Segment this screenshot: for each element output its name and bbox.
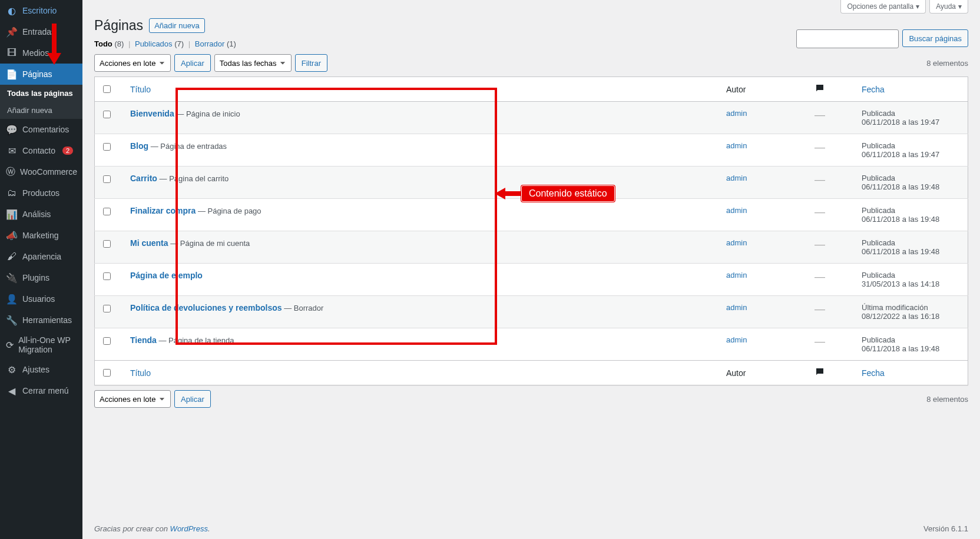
bulk-actions-select-bottom[interactable]: Acciones en lote bbox=[94, 390, 171, 408]
sidebar-item-users[interactable]: 👤Usuarios bbox=[0, 288, 82, 310]
page-title-link[interactable]: Política de devoluciones y reembolsos bbox=[130, 303, 282, 312]
no-comments: — bbox=[815, 335, 825, 347]
sidebar-item-analytics[interactable]: 📊Análisis bbox=[0, 204, 82, 225]
row-checkbox[interactable] bbox=[103, 337, 111, 345]
plugins-icon: 🔌 bbox=[6, 272, 18, 284]
sidebar-item-media[interactable]: 🎞Medios bbox=[0, 42, 82, 64]
no-comments: — bbox=[815, 206, 825, 218]
col-date[interactable]: Fecha bbox=[856, 361, 968, 385]
date-filter-select[interactable]: Todas las fechas bbox=[214, 54, 292, 72]
row-date: 06/11/2018 a las 19:48 bbox=[862, 215, 939, 224]
submenu-item[interactable]: Añadir nueva bbox=[0, 102, 82, 119]
page-title-link[interactable]: Página de ejemplo bbox=[130, 271, 203, 280]
table-row: Política de devoluciones y reembolsos — … bbox=[95, 296, 968, 328]
comment-icon bbox=[815, 83, 825, 94]
row-checkbox[interactable] bbox=[103, 111, 111, 118]
screen-options-button[interactable]: Opciones de pantalla ▾ bbox=[840, 0, 926, 14]
row-checkbox[interactable] bbox=[103, 175, 111, 183]
table-row: Página de ejemplo admin — Publicada31/05… bbox=[95, 264, 968, 296]
col-comments[interactable] bbox=[809, 361, 856, 385]
sidebar-item-label: Marketing bbox=[22, 231, 58, 240]
sidebar-item-collapse[interactable]: ◀Cerrar menú bbox=[0, 380, 82, 401]
apply-button-bottom[interactable]: Aplicar bbox=[174, 390, 211, 408]
filter-draft[interactable]: Borrador bbox=[195, 39, 225, 48]
no-comments: — bbox=[815, 141, 825, 153]
page-state: — Página del carrito bbox=[157, 174, 229, 183]
help-button[interactable]: Ayuda ▾ bbox=[929, 0, 968, 14]
sidebar-item-woo[interactable]: ⓦWooCommerce bbox=[0, 161, 82, 182]
sidebar-item-migration[interactable]: ⟳All-in-One WP Migration bbox=[0, 331, 82, 359]
add-new-button[interactable]: Añadir nueva bbox=[149, 18, 205, 33]
sidebar-item-megaphone[interactable]: 📣Marketing bbox=[0, 225, 82, 246]
sidebar-item-comment[interactable]: 💬Comentarios bbox=[0, 119, 82, 140]
users-icon: 👤 bbox=[6, 293, 18, 305]
row-date: 06/11/2018 a las 19:47 bbox=[862, 150, 939, 159]
col-date[interactable]: Fecha bbox=[856, 77, 968, 102]
page-title-link[interactable]: Mi cuenta bbox=[130, 238, 168, 248]
page-title-link[interactable]: Finalizar compra bbox=[130, 206, 196, 215]
row-date: 08/12/2022 a las 16:18 bbox=[862, 312, 939, 321]
row-status: Publicada bbox=[862, 174, 895, 182]
caret-down-icon: ▾ bbox=[916, 2, 919, 11]
bulk-actions-select[interactable]: Acciones en lote bbox=[94, 54, 171, 72]
row-status: Última modificación bbox=[862, 303, 928, 312]
sidebar-item-page[interactable]: 📄Páginas bbox=[0, 64, 82, 85]
page-title-link[interactable]: Tienda bbox=[130, 335, 157, 345]
page-title-link[interactable]: Blog bbox=[130, 141, 148, 151]
media-icon: 🎞 bbox=[6, 47, 18, 59]
sidebar-item-label: Medios bbox=[22, 48, 49, 58]
sidebar-item-product[interactable]: 🗂Productos bbox=[0, 182, 82, 204]
author-link[interactable]: admin bbox=[726, 238, 747, 247]
comment-icon: 💬 bbox=[6, 124, 18, 135]
col-author[interactable]: Autor bbox=[720, 361, 809, 385]
wordpress-link[interactable]: WordPress bbox=[170, 524, 208, 533]
col-title[interactable]: Título bbox=[124, 77, 720, 102]
row-checkbox[interactable] bbox=[103, 272, 111, 280]
row-checkbox[interactable] bbox=[103, 143, 111, 151]
row-date: 06/11/2018 a las 19:48 bbox=[862, 182, 939, 191]
sidebar-item-settings[interactable]: ⚙Ajustes bbox=[0, 359, 82, 380]
row-checkbox[interactable] bbox=[103, 305, 111, 312]
table-row: Tienda — Página de la tienda admin — Pub… bbox=[95, 328, 968, 361]
page-state: — Página de la tienda bbox=[157, 336, 234, 345]
search-button[interactable]: Buscar páginas bbox=[902, 29, 968, 47]
search-input[interactable] bbox=[796, 29, 899, 48]
row-checkbox[interactable] bbox=[103, 240, 111, 248]
admin-sidebar: ◐Escritorio📌Entradas🎞Medios📄PáginasTodas… bbox=[0, 0, 82, 539]
sidebar-item-dashboard[interactable]: ◐Escritorio bbox=[0, 0, 82, 21]
page-title-link[interactable]: Carrito bbox=[130, 174, 157, 183]
page-icon: 📄 bbox=[6, 68, 18, 80]
no-comments: — bbox=[815, 303, 825, 315]
author-link[interactable]: admin bbox=[726, 141, 747, 150]
page-state: — Página de pago bbox=[196, 207, 261, 215]
sidebar-item-plugins[interactable]: 🔌Plugins bbox=[0, 267, 82, 288]
sidebar-item-appearance[interactable]: 🖌Apariencia bbox=[0, 246, 82, 267]
author-link[interactable]: admin bbox=[726, 174, 747, 182]
col-title[interactable]: Título bbox=[124, 361, 720, 385]
author-link[interactable]: admin bbox=[726, 335, 747, 344]
sidebar-item-label: Contacto bbox=[22, 146, 55, 155]
mail-icon: ✉ bbox=[6, 145, 18, 157]
select-all-checkbox[interactable] bbox=[103, 85, 111, 93]
dashboard-icon: ◐ bbox=[6, 5, 18, 16]
author-link[interactable]: admin bbox=[726, 109, 747, 118]
filter-all[interactable]: Todo bbox=[94, 39, 112, 48]
sidebar-item-pin[interactable]: 📌Entradas bbox=[0, 21, 82, 42]
author-link[interactable]: admin bbox=[726, 206, 747, 215]
page-state: — Página de inicio bbox=[174, 109, 240, 118]
sidebar-item-mail[interactable]: ✉Contacto2 bbox=[0, 140, 82, 161]
select-all-checkbox-bottom[interactable] bbox=[103, 369, 111, 377]
filter-button[interactable]: Filtrar bbox=[295, 54, 327, 72]
page-title-link[interactable]: Bienvenida bbox=[130, 109, 174, 118]
page-state: — Página de mi cuenta bbox=[168, 239, 250, 248]
author-link[interactable]: admin bbox=[726, 271, 747, 280]
row-checkbox[interactable] bbox=[103, 208, 111, 215]
col-author[interactable]: Autor bbox=[720, 77, 809, 102]
filter-published[interactable]: Publicados bbox=[135, 39, 173, 48]
submenu-item[interactable]: Todas las páginas bbox=[0, 85, 82, 102]
apply-button[interactable]: Aplicar bbox=[174, 54, 211, 72]
woo-icon: ⓦ bbox=[6, 166, 15, 178]
sidebar-item-tools[interactable]: 🔧Herramientas bbox=[0, 310, 82, 331]
author-link[interactable]: admin bbox=[726, 303, 747, 312]
col-comments[interactable] bbox=[809, 77, 856, 102]
